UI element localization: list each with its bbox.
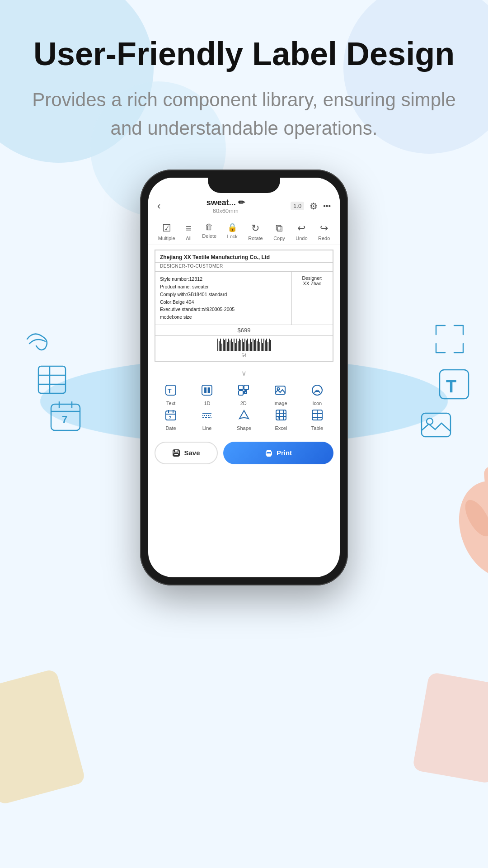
print-label: Print [277,449,292,457]
label-name: sweat... ✏ [206,198,245,208]
toolbar-delete[interactable]: 🗑 Delete [202,222,216,241]
phone-container: 7 T ‹ [0,170,488,585]
barcode-number: 54 [158,353,330,358]
toolbar-lock[interactable]: 🔒 Lock [227,222,238,241]
hand-decoration [434,439,488,613]
print-icon [265,449,273,457]
table-icon [311,409,324,424]
action-buttons: Save Print [148,437,340,471]
save-label: Save [184,449,200,457]
label-info-line: model:one size [160,313,287,321]
tool-table-label: Table [311,425,323,431]
svg-point-63 [460,496,488,540]
svg-text:7: 7 [169,415,171,420]
app-toolbar: ☑ Multiple ≡ All 🗑 Delete 🔒 Lock ↻ R [148,219,340,245]
barcode-visual [217,339,271,351]
shape-icon [238,409,250,424]
back-button[interactable]: ‹ [157,200,160,212]
tool-2d[interactable]: 2D [237,384,250,406]
label-info-line: Comply with:GB18401 standard [160,291,287,298]
settings-icon[interactable]: ⚙ [310,201,318,212]
line-icon [201,409,213,424]
tool-date-label: Date [165,425,176,431]
toolbar-rotate[interactable]: ↻ Rotate [248,222,263,241]
label-size: 60x60mm [206,208,245,214]
svg-rect-53 [174,450,178,452]
label-barcode: 54 [155,335,333,361]
header-icons: 1.0 ⚙ ••• [291,201,331,212]
phone-mockup: ‹ sweat... ✏ 60x60mm 1.0 ⚙ ••• ☑ Multipl… [140,170,348,585]
label-info-line: Product name: sweater [160,283,287,291]
label-right-info: Designer:XX Zhao [292,272,333,325]
toolbar-all[interactable]: ≡ All [186,222,192,241]
page-subtitle: Provides a rich component library, ensur… [27,85,461,142]
tool-shape-label: Shape [237,425,251,431]
text-icon: T [164,384,177,399]
svg-rect-29 [243,392,244,393]
bottom-row-2: 7 Date Line [153,409,335,431]
svg-text:T: T [446,377,456,396]
label-left-info: Style number:12312 Product name: sweater… [155,272,292,325]
label-canvas: Zhejiang XX Textile Manufacturing Co., L… [155,250,333,362]
bg-deco-right [412,672,488,784]
tool-line[interactable]: Line [201,409,213,431]
bg-deco-left [0,669,86,806]
label-company: Zhejiang XX Textile Manufacturing Co., L… [155,250,333,263]
more-icon[interactable]: ••• [323,202,331,210]
svg-text:T: T [168,387,172,395]
chevron-down[interactable]: ∨ [148,366,340,380]
tool-line-label: Line [202,425,212,431]
svg-text:X: X [277,416,280,420]
date-icon: 7 [164,409,177,424]
tool-image-label: Image [273,401,287,406]
version-badge: 1.0 [291,202,304,210]
svg-point-31 [277,387,280,390]
hand-svg [434,439,488,611]
toolbar-copy[interactable]: ⧉ Copy [273,222,285,241]
float-icon-scan [425,314,474,364]
svg-rect-59 [483,466,488,526]
svg-rect-26 [239,391,243,395]
excel-icon: X [275,409,287,424]
page-title: User-Friendly Label Design [27,36,461,72]
tool-excel[interactable]: X Excel [275,409,287,431]
print-button[interactable]: Print [223,442,333,464]
float-icon-wind [14,314,63,364]
toolbar-redo[interactable]: ↪ Redo [318,222,330,241]
icon-icon [311,384,324,399]
label-info-line: Color:Beige 404 [160,298,287,306]
tool-table[interactable]: Table [311,409,324,431]
bottom-toolbar: T Text [148,380,340,437]
phone-screen: ‹ sweat... ✏ 60x60mm 1.0 ⚙ ••• ☑ Multipl… [148,178,340,577]
tool-2d-label: 2D [240,401,247,406]
tool-date[interactable]: 7 Date [164,409,177,431]
tool-icon-label: Icon [312,401,322,406]
tool-text-label: Text [166,401,175,406]
save-button[interactable]: Save [155,442,218,464]
tool-shape[interactable]: Shape [237,409,251,431]
phone-notch [208,178,280,193]
label-designer-customer: DESIGNER-TO-CUSTOMER [155,263,333,272]
svg-point-58 [446,470,488,588]
tool-1d-label: 1D [204,401,210,406]
svg-rect-25 [244,385,249,390]
tool-text[interactable]: T Text [164,384,177,406]
app-header-title: sweat... ✏ 60x60mm [206,198,245,214]
tool-icon[interactable]: Icon [311,384,324,406]
svg-rect-54 [174,453,178,456]
svg-rect-24 [239,385,243,390]
toolbar-multiple[interactable]: ☑ Multiple [158,222,175,241]
tool-excel-label: Excel [275,425,287,431]
svg-rect-27 [245,392,247,393]
label-body: Style number:12312 Product name: sweater… [155,272,333,325]
toolbar-undo[interactable]: ↩ Undo [296,222,307,241]
tool-1d[interactable]: 1D [201,384,213,406]
image-icon [274,384,286,399]
label-price: $699 [155,325,333,335]
label-info-line: Executive standard:z/t920005-2005 [160,306,287,313]
svg-rect-28 [245,390,247,391]
tool-image[interactable]: Image [273,384,287,406]
2d-icon [237,384,250,399]
header-section: User-Friendly Label Design Provides a ri… [0,0,488,160]
bottom-row-1: T Text [153,384,335,406]
